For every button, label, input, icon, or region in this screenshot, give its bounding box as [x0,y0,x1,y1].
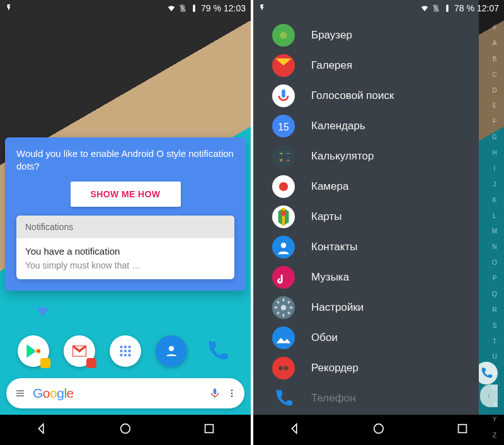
recents-button[interactable] [455,422,469,438]
svg-point-21 [280,32,287,38]
recents-button[interactable] [202,422,216,438]
svg-rect-44 [458,425,466,433]
index-P[interactable]: P [490,275,499,282]
dock-phone[interactable] [202,335,233,367]
svg-text:15: 15 [278,122,289,132]
app-row-wallpaper[interactable]: Обои [253,323,479,353]
svg-text:−: − [286,149,290,157]
svg-point-6 [128,350,130,352]
svg-point-43 [374,424,384,434]
svg-rect-24 [282,90,285,98]
settings-icon [272,296,295,319]
svg-point-14 [231,395,233,397]
app-row-music[interactable]: Музыка [253,262,479,292]
svg-point-36 [281,243,287,248]
dock-play-store[interactable] [18,335,49,367]
index-L[interactable]: L [490,212,499,219]
wifi-icon [167,4,176,13]
app-label: Карты [311,211,341,223]
app-row-calendar[interactable]: 15Календарь [253,111,479,141]
index-A[interactable]: A [490,40,499,47]
gmail-icon [71,342,88,360]
svg-point-2 [124,345,127,348]
index-B[interactable]: B [490,55,499,62]
maps-icon [272,205,295,228]
index-F[interactable]: F [490,118,499,125]
svg-point-12 [231,390,233,391]
dock-gmail[interactable] [64,335,95,367]
dock-contacts[interactable] [156,335,187,367]
sim-icon [178,4,187,13]
show-me-how-button[interactable]: SHOW ME HOW [71,182,181,207]
svg-rect-11 [214,389,217,395]
back-button[interactable] [288,422,302,438]
navigation-bar [253,415,504,445]
sim-icon [432,4,440,13]
calendar-icon: 15 [272,115,295,137]
dock-app-drawer[interactable] [110,335,141,367]
play-store-icon [25,342,42,360]
voice-icon [272,84,295,107]
index-#[interactable]: # [490,24,499,31]
camera-icon [272,175,295,198]
index-V[interactable]: V [490,369,499,376]
index-D[interactable]: D [490,87,499,94]
index-C[interactable]: C [490,71,499,78]
index-N[interactable]: N [490,243,499,250]
svg-point-18 [488,395,489,396]
index-H[interactable]: H [490,149,499,156]
app-label: Браузер [311,29,352,42]
index-O[interactable]: O [490,259,499,266]
bolt-icon [258,2,266,15]
index-Q[interactable]: Q [490,291,499,298]
app-row-calc[interactable]: +−×÷Калькулятор [253,141,479,171]
index-X[interactable]: X [490,400,499,407]
svg-point-1 [120,345,122,348]
mic-icon[interactable] [209,386,220,400]
index-W[interactable]: W [490,384,499,391]
contacts-icon [272,236,295,258]
app-row-contacts[interactable]: Контакты [253,232,479,262]
alpha-index[interactable]: #ABCDEFGHIJKLMNOPQRSTUVWXYZ [490,24,499,439]
app-row-recorder[interactable]: Рекордер [253,353,479,383]
index-Y[interactable]: Y [490,416,499,423]
app-label: Галерея [311,59,352,72]
back-button[interactable] [35,422,49,438]
index-I[interactable]: I [490,165,499,172]
svg-point-33 [279,182,288,191]
app-row-camera[interactable]: Камера [253,171,479,202]
more-icon[interactable] [227,388,237,399]
app-row-browser[interactable]: Браузер [253,20,479,50]
index-K[interactable]: K [490,197,499,204]
app-drawer[interactable]: БраузерГалереяГолосовой поиск15Календарь… [253,0,479,415]
music-icon [272,266,295,289]
index-Z[interactable]: Z [490,432,499,439]
index-J[interactable]: J [490,181,499,188]
google-search-bar[interactable]: Google [6,378,244,408]
index-G[interactable]: G [490,134,499,141]
index-E[interactable]: E [490,102,499,109]
app-row-voice[interactable]: Голосовой поиск [253,81,479,111]
index-T[interactable]: T [490,338,499,345]
home-button[interactable] [118,422,132,438]
svg-point-38 [281,305,287,311]
notification-subtitle: You simply must know that … [25,260,226,270]
hamburger-icon[interactable] [14,388,26,398]
index-U[interactable]: U [490,353,499,360]
app-row-settings[interactable]: Настройки [253,292,479,323]
app-drawer-icon [117,343,134,359]
index-M[interactable]: M [490,228,499,234]
app-label: Контакты [311,241,357,253]
index-R[interactable]: R [490,306,499,313]
home-button[interactable] [372,422,386,438]
app-label: Календарь [311,120,365,132]
svg-point-7 [120,354,122,356]
app-row-gallery[interactable]: Галерея [253,50,479,81]
index-S[interactable]: S [490,322,499,329]
svg-rect-16 [205,425,213,433]
app-row-maps[interactable]: Карты [253,202,479,232]
app-drawer-screen: БраузерГалереяГолосовой поиск15Календарь… [253,0,504,445]
gallery-icon [272,54,295,77]
app-row-phone[interactable]: Телефон [253,383,479,413]
prompt-pointer [37,308,49,316]
